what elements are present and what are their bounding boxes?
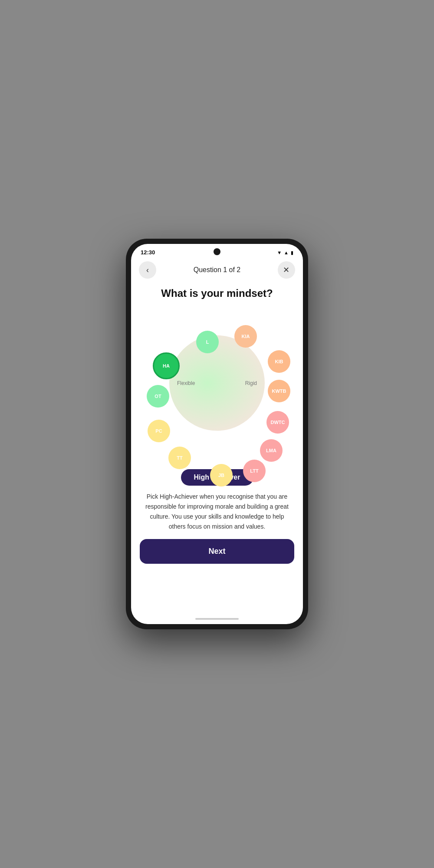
- nav-bar: ‹ Question 1 of 2 ✕: [131, 258, 303, 282]
- bubble-tt[interactable]: TT: [168, 447, 191, 469]
- home-indicator: [131, 614, 303, 624]
- battery-icon: [291, 248, 293, 256]
- home-bar: [195, 618, 239, 620]
- bubble-lma[interactable]: LMA: [260, 439, 283, 462]
- question-progress: Question 1 of 2: [194, 266, 241, 274]
- phone-frame: 12:30 ‹ Question 1 of 2 ✕ What is your m…: [126, 239, 308, 629]
- wifi-icon: [277, 248, 282, 256]
- bubble-ltt[interactable]: LTT: [243, 460, 266, 482]
- bubble-chart: Flexible Rigid HALKIAKIBOTKWTBPCDWTCTTLM…: [140, 307, 294, 463]
- main-content: What is your mindset? Flexible Rigid HAL…: [131, 282, 303, 614]
- bubble-pc[interactable]: PC: [148, 420, 170, 442]
- bubble-jb[interactable]: JB: [210, 464, 233, 487]
- rigid-label: Rigid: [245, 380, 257, 386]
- center-circle-labels: Flexible Rigid: [169, 335, 265, 431]
- bubble-kia[interactable]: KIA: [234, 325, 257, 348]
- close-button[interactable]: ✕: [278, 261, 295, 279]
- signal-icon: [284, 248, 289, 256]
- bubble-ha[interactable]: HA: [153, 352, 180, 379]
- bubble-ot[interactable]: OT: [147, 385, 169, 408]
- bubble-l[interactable]: L: [196, 331, 219, 353]
- camera-notch: [214, 248, 220, 255]
- back-button[interactable]: ‹: [139, 261, 156, 279]
- status-time: 12:30: [141, 249, 155, 256]
- status-icons: [277, 248, 293, 256]
- bubble-dwtc[interactable]: DWTC: [266, 411, 289, 434]
- flexible-label: Flexible: [177, 380, 195, 386]
- bubble-kwtb[interactable]: KWTB: [268, 380, 290, 402]
- bubble-kib[interactable]: KIB: [268, 350, 290, 373]
- phone-screen: 12:30 ‹ Question 1 of 2 ✕ What is your m…: [131, 244, 303, 624]
- next-button[interactable]: Next: [140, 539, 294, 564]
- description-text: Pick High-Achiever when you recognise th…: [140, 492, 294, 532]
- question-title: What is your mindset?: [140, 286, 294, 300]
